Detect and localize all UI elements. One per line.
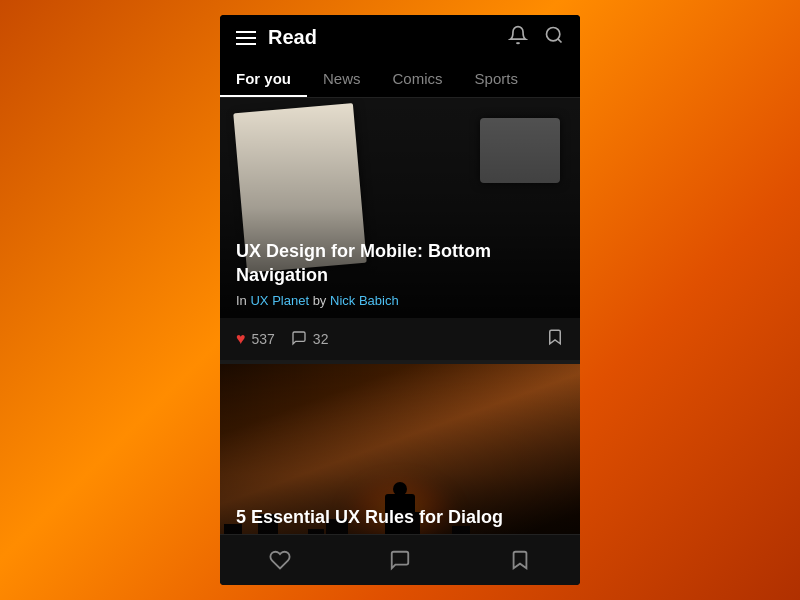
content-area: UX Design for Mobile: Bottom Navigation … xyxy=(220,98,580,534)
tab-comics[interactable]: Comics xyxy=(377,60,459,97)
bottom-heart-icon[interactable] xyxy=(260,545,300,575)
bottom-navigation xyxy=(220,534,580,585)
article-info-2: 5 Essential UX Rules for Dialog Design b… xyxy=(220,494,580,534)
comments-stat[interactable]: 32 xyxy=(291,330,329,349)
notification-icon[interactable] xyxy=(508,25,528,50)
svg-line-1 xyxy=(558,39,562,43)
article-image-1: UX Design for Mobile: Bottom Navigation … xyxy=(220,98,580,318)
likes-stat[interactable]: ♥ 537 xyxy=(236,330,275,348)
bookmark-icon-1[interactable] xyxy=(546,328,564,350)
article-card-2[interactable]: 5 Essential UX Rules for Dialog Design b… xyxy=(220,364,580,534)
header-actions xyxy=(508,25,564,50)
app-title: Read xyxy=(268,26,496,49)
article-info-1: UX Design for Mobile: Bottom Navigation … xyxy=(220,228,580,318)
svg-point-0 xyxy=(547,28,560,41)
comments-count: 32 xyxy=(313,331,329,347)
article-title-1: UX Design for Mobile: Bottom Navigation xyxy=(236,240,564,287)
comment-icon xyxy=(291,330,307,349)
tab-for-you[interactable]: For you xyxy=(220,60,307,97)
publication-link-1[interactable]: UX Planet xyxy=(250,293,309,308)
bottom-bookmark-icon[interactable] xyxy=(500,545,540,575)
article-title-2: 5 Essential UX Rules for Dialog Design xyxy=(236,506,564,534)
tab-bar: For you News Comics Sports xyxy=(220,60,580,98)
bottom-comment-icon[interactable] xyxy=(380,545,420,575)
app-header: Read xyxy=(220,15,580,60)
tab-sports[interactable]: Sports xyxy=(459,60,534,97)
heart-icon: ♥ xyxy=(236,330,246,348)
article-card-1[interactable]: UX Design for Mobile: Bottom Navigation … xyxy=(220,98,580,360)
author-link-1[interactable]: Nick Babich xyxy=(330,293,399,308)
article-image-2: 5 Essential UX Rules for Dialog Design b… xyxy=(220,364,580,534)
likes-count: 537 xyxy=(252,331,275,347)
article-stats-1: ♥ 537 32 xyxy=(220,318,580,360)
search-icon[interactable] xyxy=(544,25,564,50)
tab-news[interactable]: News xyxy=(307,60,377,97)
menu-button[interactable] xyxy=(236,31,256,45)
article-meta-1: In UX Planet by Nick Babich xyxy=(236,293,564,308)
phone-frame: Read For you News Comics xyxy=(220,15,580,585)
